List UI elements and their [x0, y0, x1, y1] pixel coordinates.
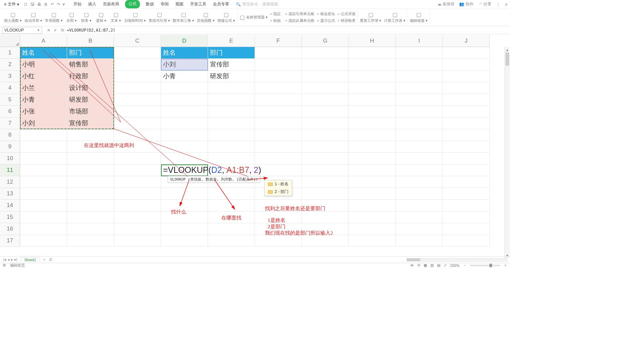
fx-icon[interactable]: fx: [61, 28, 64, 33]
cell-G6[interactable]: [302, 106, 349, 117]
ribbon-计算工作表[interactable]: ▢计算工作表 ▾: [384, 11, 406, 23]
qat-undo-icon[interactable]: ↶: [51, 2, 54, 7]
cell-I14[interactable]: [396, 200, 443, 211]
cell-H12[interactable]: [349, 176, 396, 188]
cell-J3[interactable]: [443, 70, 490, 82]
cell-F4[interactable]: [255, 82, 302, 94]
cell-J9[interactable]: [443, 141, 490, 153]
cell-E16[interactable]: [208, 223, 255, 235]
cell-G4[interactable]: [302, 82, 349, 94]
cell-E6[interactable]: [208, 106, 255, 117]
row-header-2[interactable]: 2: [0, 59, 20, 70]
cell-A1[interactable]: 姓名: [20, 47, 67, 59]
cell-C10[interactable]: [114, 153, 161, 164]
qat-print-icon[interactable]: 🖶: [37, 2, 41, 7]
menu-tab-开始[interactable]: 开始: [73, 0, 82, 8]
ribbon-公式求值[interactable]: ▫公式求值: [338, 11, 356, 17]
ribbon-文本[interactable]: ▢文本 ▾: [110, 11, 122, 23]
cell-G3[interactable]: [302, 70, 349, 82]
menu-tab-审阅[interactable]: 审阅: [160, 0, 169, 8]
cell-A9[interactable]: [20, 141, 67, 153]
cell-B13[interactable]: [67, 188, 114, 200]
col-header-A[interactable]: A: [20, 35, 67, 47]
cell-I5[interactable]: [396, 94, 443, 106]
cell-H14[interactable]: [349, 200, 396, 211]
cell-I2[interactable]: [396, 59, 443, 70]
cell-H11[interactable]: [349, 164, 396, 176]
zoom-out-icon[interactable]: －: [463, 263, 467, 268]
cell-G7[interactable]: [302, 117, 349, 129]
qat-redo-icon[interactable]: ↷: [57, 2, 60, 7]
cell-H4[interactable]: [349, 82, 396, 94]
cell-I9[interactable]: [396, 141, 443, 153]
cell-B1[interactable]: 部门: [67, 47, 114, 59]
ribbon-显示公式[interactable]: ▫显示公式: [317, 18, 335, 24]
row-header-3[interactable]: 3: [0, 70, 20, 82]
row-header-7[interactable]: 7: [0, 117, 20, 129]
row-header-10[interactable]: 10: [0, 153, 20, 164]
ribbon-全部[interactable]: ▢全部 ▾: [65, 11, 77, 23]
cell-H10[interactable]: [349, 153, 396, 164]
share-button[interactable]: ↗ 分享: [478, 1, 491, 7]
cell-D10[interactable]: [161, 153, 208, 164]
cell-G2[interactable]: [302, 59, 349, 70]
ribbon-名称管理器[interactable]: ▢名称管理器 ▾: [240, 14, 268, 20]
cell-A17[interactable]: [20, 235, 67, 247]
ribbon-日期和时间[interactable]: ▢日期和时间 ▾: [124, 11, 146, 23]
cell-C1[interactable]: [114, 47, 161, 59]
sheet-nav[interactable]: |◂◂▸▸|: [3, 257, 18, 262]
cell-E14[interactable]: [208, 200, 255, 211]
cell-B3[interactable]: 行政部: [67, 70, 114, 82]
cell-C16[interactable]: [114, 223, 161, 235]
cell-B10[interactable]: [67, 153, 114, 164]
confirm-edit-icon[interactable]: ✓: [54, 28, 57, 33]
cell-C6[interactable]: [114, 106, 161, 117]
view-normal-icon[interactable]: ▦: [424, 263, 427, 268]
suggest-item-2[interactable]: 2 - 部门: [265, 188, 292, 196]
cell-A6[interactable]: 小张: [20, 106, 67, 117]
ribbon-追踪引用单元格[interactable]: ▫追踪引用单元格: [285, 11, 314, 17]
ribbon-查找与引用[interactable]: ▢查找与引用 ▾: [149, 11, 170, 23]
cell-A10[interactable]: [20, 153, 67, 164]
cell-B5[interactable]: 研发部: [67, 94, 114, 106]
inline-formula[interactable]: =VLOOKUP(D2, A1:B7, 2): [163, 165, 261, 175]
cell-E17[interactable]: [208, 235, 255, 247]
cell-D2[interactable]: 小刘: [161, 59, 208, 70]
cell-C14[interactable]: [114, 200, 161, 211]
row-header-11[interactable]: 11: [0, 164, 20, 176]
formula-bar-input[interactable]: =VLOOKUP(D2,A1:B7,2): [67, 28, 510, 33]
cell-A16[interactable]: [20, 223, 67, 235]
cell-E13[interactable]: [208, 188, 255, 200]
zoom-value[interactable]: 250%: [450, 263, 460, 268]
cell-I11[interactable]: [396, 164, 443, 176]
cell-I10[interactable]: [396, 153, 443, 164]
cell-I4[interactable]: [396, 82, 443, 94]
col-header-D[interactable]: D: [161, 35, 208, 47]
cell-C3[interactable]: [114, 70, 161, 82]
ribbon-常用函数[interactable]: ▢常用函数 ▾: [45, 11, 63, 23]
qat-new-icon[interactable]: 🗋: [24, 2, 28, 7]
cell-H16[interactable]: [349, 223, 396, 235]
cell-H3[interactable]: [349, 70, 396, 82]
row-header-15[interactable]: 15: [0, 211, 20, 223]
cell-H17[interactable]: [349, 235, 396, 247]
cell-J5[interactable]: [443, 94, 490, 106]
ribbon-移去箭头[interactable]: ▫移去箭头: [317, 11, 335, 17]
cell-J17[interactable]: [443, 235, 490, 247]
row-header-17[interactable]: 17: [0, 235, 20, 247]
more-menu-icon[interactable]: ⋮: [496, 2, 500, 7]
horizontal-scrollbar[interactable]: [407, 258, 507, 261]
cell-H15[interactable]: [349, 211, 396, 223]
cell-J6[interactable]: [443, 106, 490, 117]
cell-H9[interactable]: [349, 141, 396, 153]
cell-E2[interactable]: 宣传部: [208, 59, 255, 70]
row-header-6[interactable]: 6: [0, 106, 20, 117]
menu-tab-公式[interactable]: 公式: [125, 0, 140, 8]
view-page-icon[interactable]: ▥: [430, 263, 434, 268]
cell-D8[interactable]: [161, 129, 208, 141]
cell-C17[interactable]: [114, 235, 161, 247]
expand-icon[interactable]: ∧: [505, 2, 508, 7]
cell-E10[interactable]: [208, 153, 255, 164]
settings-icon[interactable]: ⚙: [3, 263, 6, 268]
column-index-suggest[interactable]: 1 - 姓名 2 - 部门: [264, 180, 292, 196]
